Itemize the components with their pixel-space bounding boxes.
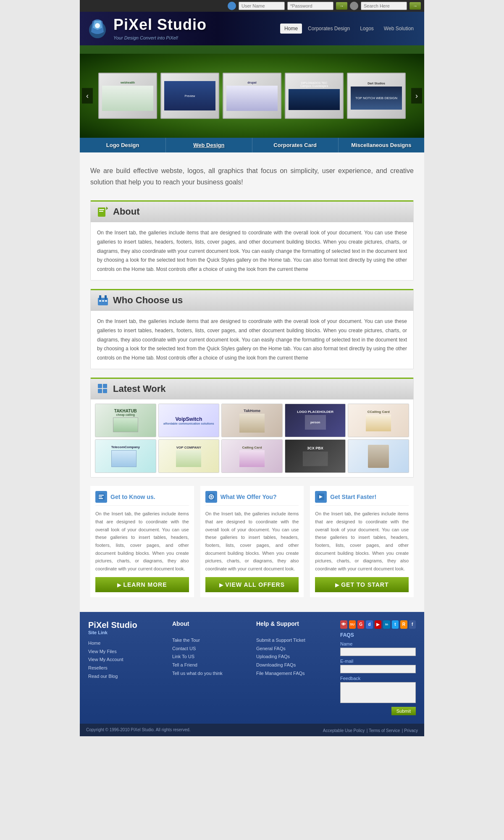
footer-link-read-blog[interactable]: Read our Blog [88,672,164,681]
acceptable-use-link[interactable]: Acceptable Use Policy [323,728,365,733]
top-bar: → → [80,0,424,12]
social-eye[interactable]: 👁 [340,620,347,629]
work-thumb-3[interactable]: TakHome [221,404,283,437]
social-youtube[interactable]: ▶ [375,620,381,629]
footer-uploading-faqs[interactable]: Uploading FAQs [256,653,332,661]
logo-icon [86,17,109,40]
work-thumb-9[interactable]: 3CX PBX [285,439,346,473]
slide-5[interactable]: Dart Studios TOP NOTCH WEB DESIGN [347,73,406,119]
svg-rect-14 [103,389,107,393]
tab-miscellaneous[interactable]: Miscellaneous Designs [339,138,424,152]
work-thumb-5[interactable]: CCalling Card [348,404,409,437]
work-thumb-8[interactable]: Calling Card [221,439,283,473]
svg-rect-18 [99,498,103,499]
slider-thumbnails: webhealth Preview drupal DIPLOMADOS TECC… [98,73,406,119]
col-offers-title: What We Offer You? [220,494,277,500]
social-google[interactable]: G [357,620,364,629]
footer-link-view-files[interactable]: View My Files [88,648,164,656]
svg-rect-4 [99,211,103,212]
footer-about-col: About Take the Tour Contact US Link To U… [172,620,248,715]
slide-2[interactable]: Preview [160,73,219,119]
faqs-email-input[interactable] [340,665,416,673]
footer-about-link-to-us[interactable]: Link To US [172,653,248,661]
footer-faqs-title: FAQS [340,632,416,638]
work-thumb-2[interactable]: VoipSwitch affordable communication solu… [158,404,220,437]
tab-web-design[interactable]: Web Design [166,138,252,152]
work-thumb-6[interactable]: TelecomCompany [95,439,156,473]
footer-about-contact-us[interactable]: Contact US [172,645,248,653]
footer-link-resellers[interactable]: Resellers [88,664,164,672]
svg-rect-16 [99,495,104,496]
svg-rect-13 [98,389,102,393]
faqs-feedback-textarea[interactable] [340,682,416,703]
faqs-email-label: E-mail [340,659,416,664]
slider-next-button[interactable]: › [411,88,422,104]
search-button[interactable]: → [410,2,421,10]
faqs-name-input[interactable] [340,648,416,656]
social-su[interactable]: SU [349,620,356,629]
slide-1[interactable]: webhealth [98,73,157,119]
slide-4[interactable]: DIPLOMADOS TECCampus Guadalajara [285,73,344,119]
username-input[interactable] [239,2,285,10]
latest-work-title: Latest Work [113,383,166,394]
svg-rect-6 [99,295,101,299]
who-choose-title: Who Choose us [113,295,183,306]
get-to-start-button[interactable]: Get To Start [315,577,409,592]
who-choose-header: Who Choose us [91,290,413,311]
footer-bottom-links: Acceptable Use Policy | Terms of Service… [323,726,418,734]
faqs-submit-button[interactable]: Submit [391,707,416,715]
three-columns: Get to Know us. On the Insert tab, the g… [90,486,414,597]
password-input[interactable] [287,2,333,10]
col-get-start: Get Start Faster! On the Insert tab, the… [310,486,414,597]
who-choose-icon [97,294,109,306]
slide-3[interactable]: drupal [223,73,281,119]
about-body: On the Insert tab, the galleries include… [91,222,413,280]
logo-text: PiXel Studio Your Design Convert into Pi… [113,16,207,41]
col-know-us-header: Get to Know us. [95,491,189,506]
nav-home[interactable]: Home [280,24,302,34]
nav-logos[interactable]: Logos [356,24,378,34]
nav-area: Home Corporates Design Logos Web Solutio… [280,24,418,34]
social-facebook[interactable]: f [409,620,416,629]
social-rss[interactable]: R [400,620,407,629]
col-know-us-body: On the Insert tab, the galleries include… [95,510,189,573]
social-twitter[interactable]: t [392,620,399,629]
footer-submit-ticket[interactable]: Submit a Support Ticket [256,636,332,645]
footer-brand-name: PiXel Studio [88,620,164,630]
view-all-offers-button[interactable]: View All Offers [205,577,299,592]
work-thumb-4[interactable]: LOGO PLACEHOLDER person [285,404,346,437]
search-input[interactable] [361,2,407,10]
tab-corporates-card[interactable]: Corporates Card [252,138,339,152]
footer-brand-col: PiXel Studio Site Link Home View My File… [88,620,164,715]
footer-file-management-faqs[interactable]: File Management FAQs [256,669,332,678]
footer-about-tell-us[interactable]: Tell us what do you think [172,669,248,678]
privacy-link[interactable]: Privacy [404,728,418,733]
social-delicious[interactable]: d [366,620,373,629]
work-thumb-7[interactable]: VOP COMPANY [158,439,220,473]
work-thumb-1[interactable]: TAKHATUB cheap calling [95,404,156,437]
terms-of-service-link[interactable]: Terms of Service [369,728,400,733]
slider-area: ‹ webhealth Preview drupal [80,45,424,138]
footer-link-home[interactable]: Home [88,639,164,648]
faqs-name-label: Name [340,641,416,646]
work-thumb-10[interactable] [348,439,409,473]
footer-about-take-tour[interactable]: Take the Tour [172,636,248,645]
footer-downloading-faqs[interactable]: Downloading FAQs [256,661,332,669]
footer-about-tell-friend[interactable]: Tell a Friend [172,661,248,669]
col-know-us: Get to Know us. On the Insert tab, the g… [90,486,194,597]
svg-rect-11 [98,384,102,388]
footer-link-view-account[interactable]: View My Account [88,656,164,664]
learn-more-button[interactable]: LEARN MORE [95,577,189,592]
nav-corporates-design[interactable]: Corporates Design [304,24,354,34]
faqs-feedback-label: Feedback [340,676,416,681]
slider-prev-button[interactable]: ‹ [82,88,93,104]
slider-background: ‹ webhealth Preview drupal [80,54,424,138]
footer-general-faqs[interactable]: General FAQs [256,645,332,653]
social-linkedin[interactable]: in [383,620,390,629]
nav-web-solution[interactable]: Web Solution [380,24,418,34]
search-avatar [350,2,358,10]
login-button[interactable]: → [336,2,347,10]
who-choose-section: Who Choose us On the Insert tab, the gal… [90,289,414,369]
col-offers-body: On the Insert tab, the galleries include… [205,510,299,573]
tab-logo-design[interactable]: Logo Design [80,138,166,152]
